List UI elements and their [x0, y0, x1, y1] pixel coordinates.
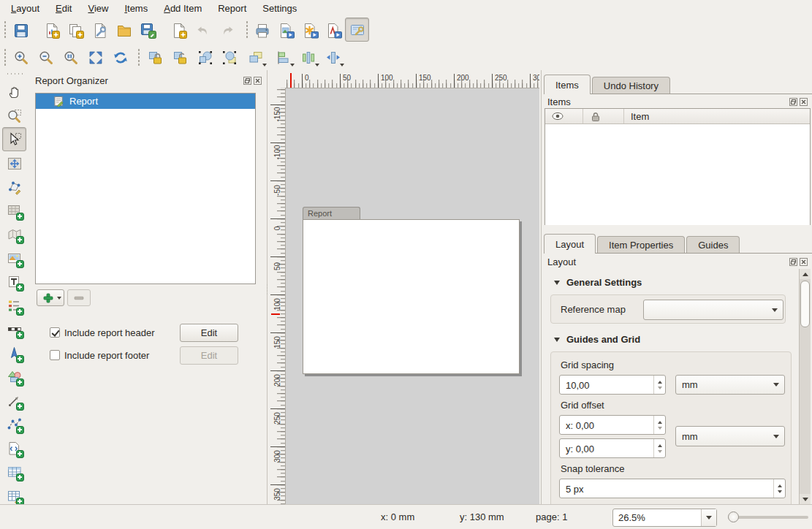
export-image-button[interactable]: [274, 18, 298, 42]
deselect-all-button[interactable]: [217, 45, 241, 69]
new-layout-button[interactable]: [39, 18, 64, 42]
edit-header-button[interactable]: Edit: [180, 324, 238, 342]
add-html-tool[interactable]: [2, 436, 26, 460]
tab-guides[interactable]: Guides: [686, 236, 740, 253]
add-section-button[interactable]: [37, 289, 64, 306]
raise-items-button[interactable]: [242, 45, 269, 69]
add-picture-tool[interactable]: [2, 246, 26, 270]
float-panel-button[interactable]: [789, 97, 797, 106]
close-panel-button[interactable]: [799, 257, 808, 266]
layout-manager-button[interactable]: [88, 18, 112, 42]
spin-down-icon[interactable]: [778, 490, 782, 493]
spin-buttons[interactable]: [653, 416, 665, 434]
undo-button[interactable]: [191, 18, 215, 42]
tab-item-properties[interactable]: Item Properties: [597, 236, 685, 253]
item-column-header[interactable]: Item: [624, 109, 810, 123]
menu-items[interactable]: Items: [116, 1, 156, 16]
zoom-in-button[interactable]: [9, 45, 33, 69]
redo-button[interactable]: [215, 18, 239, 42]
slider-groove[interactable]: [728, 516, 808, 519]
report-settings-button[interactable]: [345, 18, 369, 42]
spin-up-icon[interactable]: [658, 444, 662, 447]
layout-viewport[interactable]: Report Header: [285, 88, 539, 504]
scroll-up-button[interactable]: [800, 269, 811, 279]
zoom-out-button[interactable]: [34, 45, 58, 69]
remove-section-button[interactable]: [67, 289, 91, 306]
add-attribute-table-tool[interactable]: [2, 460, 26, 484]
resize-items-button[interactable]: [319, 45, 346, 69]
menu-report[interactable]: Report: [210, 1, 254, 16]
lock-column-header[interactable]: [583, 109, 624, 123]
grid-spacing-input[interactable]: 10,00: [559, 375, 666, 395]
toolbar-grip[interactable]: [4, 48, 7, 66]
zoom-tool[interactable]: [2, 104, 26, 128]
grid-offset-y-input[interactable]: y: 0,00: [559, 438, 666, 458]
add-shape-tool[interactable]: [2, 365, 26, 389]
save-button[interactable]: [9, 18, 33, 42]
add-legend-tool[interactable]: [2, 294, 26, 318]
lock-items-button[interactable]: [143, 45, 167, 69]
select-move-item-tool[interactable]: [2, 127, 26, 151]
menu-edit[interactable]: Edit: [48, 1, 80, 16]
include-footer-checkbox[interactable]: [50, 350, 60, 360]
add-node-item-tool[interactable]: [2, 412, 26, 436]
snap-tolerance-input[interactable]: 5 px: [559, 479, 786, 498]
toolbar-grip[interactable]: [137, 48, 140, 66]
grid-offset-unit-combo[interactable]: mm: [675, 426, 785, 446]
add-arrow-tool[interactable]: [2, 389, 26, 413]
duplicate-layout-button[interactable]: [64, 18, 88, 42]
add-3d-map-tool[interactable]: [2, 222, 26, 246]
grid-spacing-unit-combo[interactable]: mm: [675, 375, 785, 395]
new-page-button[interactable]: [167, 18, 191, 42]
spin-buttons[interactable]: [773, 479, 785, 498]
layout-panel-scrollbar[interactable]: [799, 269, 811, 504]
spin-up-icon[interactable]: [778, 484, 782, 487]
add-label-tool[interactable]: [2, 270, 26, 294]
close-panel-button[interactable]: [253, 76, 262, 85]
add-scalebar-tool[interactable]: [2, 317, 26, 341]
scroll-down-button[interactable]: [800, 494, 811, 504]
zoom-slider[interactable]: [728, 511, 808, 524]
report-tree[interactable]: Report: [35, 93, 256, 284]
toolbar-grip[interactable]: [246, 20, 248, 38]
open-template-button[interactable]: [112, 18, 136, 42]
export-pdf-button[interactable]: [322, 18, 346, 42]
print-button[interactable]: [250, 18, 274, 42]
float-panel-button[interactable]: [789, 257, 797, 266]
dropdown-caret-icon[interactable]: [701, 509, 716, 526]
export-svg-button[interactable]: [298, 18, 322, 42]
general-settings-section-header[interactable]: General Settings: [554, 277, 642, 288]
save-as-template-button[interactable]: [136, 18, 160, 42]
tree-item-report[interactable]: Report: [36, 94, 255, 109]
menu-view[interactable]: View: [80, 1, 116, 16]
float-panel-button[interactable]: [243, 76, 251, 85]
menu-layout[interactable]: Layout: [3, 1, 48, 16]
spin-down-icon[interactable]: [658, 450, 662, 453]
toolbar-grip[interactable]: [6, 72, 23, 75]
menu-settings[interactable]: Settings: [254, 1, 305, 16]
distribute-items-button[interactable]: [295, 45, 322, 69]
zoom-actual-button[interactable]: [58, 45, 83, 69]
pan-tool[interactable]: [2, 80, 26, 104]
spin-down-icon[interactable]: [658, 387, 662, 389]
toolbar-grip[interactable]: [4, 20, 7, 38]
reference-map-combo[interactable]: [643, 300, 783, 320]
edit-footer-button[interactable]: Edit: [180, 346, 238, 365]
menu-add-item[interactable]: Add Item: [156, 1, 210, 16]
align-items-button[interactable]: [270, 45, 297, 69]
spin-down-icon[interactable]: [658, 427, 662, 430]
move-content-tool[interactable]: [2, 151, 26, 175]
visibility-column-header[interactable]: [545, 109, 583, 123]
spin-buttons[interactable]: [653, 376, 665, 394]
include-header-checkbox[interactable]: [50, 327, 60, 338]
unlock-items-button[interactable]: [168, 45, 192, 69]
zoom-full-button[interactable]: [83, 45, 107, 69]
spin-buttons[interactable]: [653, 439, 665, 457]
scrollbar-thumb[interactable]: [800, 281, 810, 327]
add-map-tool[interactable]: [2, 199, 26, 223]
refresh-button[interactable]: [108, 45, 132, 69]
tab-layout[interactable]: Layout: [544, 234, 596, 254]
select-all-button[interactable]: [193, 45, 217, 69]
close-panel-button[interactable]: [799, 97, 808, 106]
report-header-page[interactable]: [303, 219, 520, 374]
